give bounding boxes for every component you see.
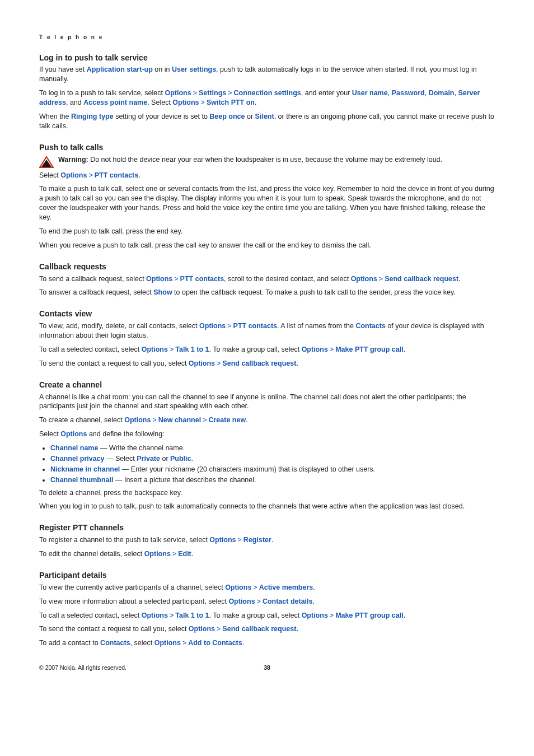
link-options[interactable]: Options xyxy=(165,89,191,97)
link-options[interactable]: Options xyxy=(351,275,377,283)
link-contacts[interactable]: Contacts xyxy=(355,322,385,330)
link-options[interactable]: Options xyxy=(302,346,328,353)
heading-contacts-view: Contacts view xyxy=(39,309,495,319)
link-public[interactable]: Public xyxy=(170,455,191,463)
heading-ptt-calls: Push to talk calls xyxy=(39,142,495,153)
link-new-channel[interactable]: New channel xyxy=(158,416,201,424)
para: To log in to a push to talk service, sel… xyxy=(39,88,495,108)
link-options[interactable]: Options xyxy=(142,612,168,619)
link-active-members[interactable]: Active members xyxy=(259,584,313,591)
link-send-callback-request[interactable]: Send callback request. xyxy=(222,625,298,633)
link-options[interactable]: Options xyxy=(302,612,328,619)
link-ptt-contacts[interactable]: PTT contacts xyxy=(233,322,278,330)
link-app-startup[interactable]: Application start-up xyxy=(87,66,153,73)
link-options[interactable]: Options xyxy=(154,639,181,647)
para: To send the contact a request to call yo… xyxy=(39,359,495,368)
link-contacts[interactable]: Contacts xyxy=(100,639,130,647)
link-create-new[interactable]: Create new xyxy=(208,416,246,424)
chevron-right-icon: > xyxy=(88,171,92,179)
link-ringing-type[interactable]: Ringing type xyxy=(71,113,114,120)
link-domain[interactable]: Domain xyxy=(429,89,455,97)
link-options[interactable]: Options xyxy=(225,584,251,591)
link-access-point-name[interactable]: Access point name xyxy=(83,99,147,106)
link-connection-settings[interactable]: Connection settings xyxy=(234,89,301,97)
link-talk-1-to-1[interactable]: Talk 1 to 1 xyxy=(175,346,209,353)
link-talk-1-to-1[interactable]: Talk 1 to 1 xyxy=(175,612,209,619)
para: To call a selected contact, select Optio… xyxy=(39,345,495,354)
link-add-to-contacts[interactable]: Add to Contacts xyxy=(188,639,242,647)
link-options[interactable]: Options xyxy=(189,625,215,633)
heading-participant-details: Participant details xyxy=(39,570,495,581)
chevron-right-icon: > xyxy=(330,612,334,619)
link-options[interactable]: Options xyxy=(60,171,87,179)
link-make-ptt-group-call[interactable]: Make PTT group call xyxy=(335,612,404,619)
para: To send the contact a request to call yo… xyxy=(39,624,495,634)
copyright: © 2007 Nokia. All rights reserved. xyxy=(39,664,127,671)
link-options[interactable]: Options xyxy=(199,322,226,330)
para: To delete a channel, press the backspace… xyxy=(39,488,495,498)
link-options[interactable]: Options xyxy=(228,598,255,605)
warning-icon xyxy=(39,156,54,169)
link-options[interactable]: Options xyxy=(209,536,236,544)
list-item: Channel name — Write the channel name. xyxy=(50,444,495,453)
link-options[interactable]: Options xyxy=(189,360,215,367)
link-settings[interactable]: Settings xyxy=(199,89,226,97)
link-ptt-contacts[interactable]: PTT contacts xyxy=(95,171,139,179)
chevron-right-icon: > xyxy=(174,275,178,283)
list-item: Nickname in channel — Enter your nicknam… xyxy=(50,465,495,474)
link-user-settings[interactable]: User settings xyxy=(172,66,216,73)
para: To register a channel to the push to tal… xyxy=(39,535,495,545)
link-options[interactable]: Options xyxy=(142,346,168,353)
link-make-ptt-group-call[interactable]: Make PTT group call xyxy=(335,346,404,353)
para: To answer a callback request, select Sho… xyxy=(39,288,495,297)
para: When the Ringing type setting of your de… xyxy=(39,112,495,131)
link-channel-privacy[interactable]: Channel privacy xyxy=(50,455,105,463)
chevron-right-icon: > xyxy=(203,416,207,424)
link-options[interactable]: Options xyxy=(172,99,199,106)
link-switch-ptt-on[interactable]: Switch PTT on xyxy=(207,99,255,106)
link-beep-once[interactable]: Beep once xyxy=(209,113,245,120)
link-nickname-in-channel[interactable]: Nickname in channel xyxy=(50,465,120,473)
chevron-right-icon: > xyxy=(170,346,174,353)
para: To view the currently active participant… xyxy=(39,583,495,592)
link-channel-name[interactable]: Channel name xyxy=(50,444,98,452)
chevron-right-icon: > xyxy=(193,89,197,97)
link-send-callback-request[interactable]: Send callback request xyxy=(385,275,458,283)
running-header: T e l e p h o n e xyxy=(39,34,495,41)
chevron-right-icon: > xyxy=(217,360,221,367)
para: To make a push to talk call, select one … xyxy=(39,184,495,222)
link-contact-details[interactable]: Contact details xyxy=(263,598,313,605)
page-number: 38 xyxy=(264,664,270,671)
link-channel-thumbnail[interactable]: Channel thumbnail xyxy=(50,476,114,484)
page-footer: © 2007 Nokia. All rights reserved. 38 © … xyxy=(39,664,495,671)
link-options[interactable]: Options xyxy=(124,416,151,424)
para: Select Options and define the following: xyxy=(39,430,495,439)
heading-create-channel: Create a channel xyxy=(39,380,495,390)
link-send-callback-request[interactable]: Send callback request. xyxy=(222,360,298,367)
link-private[interactable]: Private xyxy=(137,455,160,463)
link-options[interactable]: Options xyxy=(146,275,172,283)
link-ptt-contacts[interactable]: PTT contacts xyxy=(180,275,224,283)
link-options[interactable]: Options xyxy=(144,550,171,558)
channel-options-list: Channel name — Write the channel name. C… xyxy=(39,444,495,485)
chevron-right-icon: > xyxy=(238,536,242,544)
para: When you log in to push to talk, push to… xyxy=(39,502,495,511)
warning-row: Warning: Do not hold the device near you… xyxy=(39,155,495,169)
link-password[interactable]: Password xyxy=(392,89,425,97)
link-options[interactable]: Options xyxy=(60,430,87,438)
para: To edit the channel details, select Opti… xyxy=(39,549,495,559)
link-user-name[interactable]: User name xyxy=(352,89,388,97)
para: To view, add, modify, delete, or call co… xyxy=(39,321,495,340)
link-edit[interactable]: Edit xyxy=(178,550,191,558)
warning-text: Warning: Do not hold the device near you… xyxy=(58,155,495,165)
heading-register-ptt-channels: Register PTT channels xyxy=(39,522,495,533)
para: If you have set Application start-up on … xyxy=(39,65,495,84)
para: To end the push to talk call, press the … xyxy=(39,227,495,236)
link-show[interactable]: Show xyxy=(153,288,172,296)
para: When you receive a push to talk call, pr… xyxy=(39,241,495,250)
chevron-right-icon: > xyxy=(201,99,205,106)
para: Select Options>PTT contacts. xyxy=(39,171,495,180)
link-register[interactable]: Register xyxy=(243,536,271,544)
link-silent[interactable]: Silent xyxy=(255,113,274,120)
para: To send a callback request, select Optio… xyxy=(39,274,495,284)
